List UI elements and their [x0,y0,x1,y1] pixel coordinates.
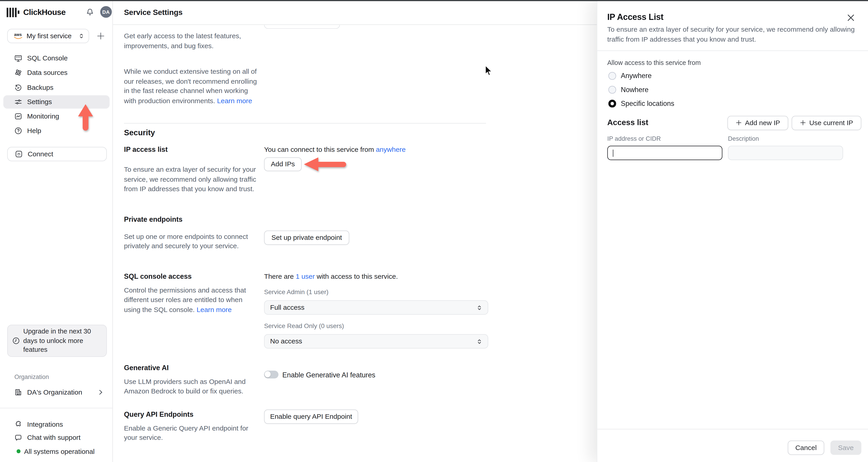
enable-query-api-button[interactable]: Enable query API Endpoint [264,409,358,424]
anywhere-link[interactable]: anywhere [376,145,406,153]
query-api-description: Enable a Generic Query API endpoint for … [124,424,264,443]
status-green-dot-icon [17,450,20,453]
sidebar-item-integrations[interactable]: Integrations [3,418,110,431]
query-api-endpoints-label: Query API Endpoints [124,411,193,418]
radio-anywhere[interactable]: Anywhere [608,71,651,81]
avatar[interactable]: DA [100,6,112,18]
red-arrow-left-annotation [304,157,347,172]
private-endpoints-label: Private endpoints [124,215,183,223]
chat-bubble-icon [14,434,22,442]
text-cursor [613,149,613,157]
plus-icon [736,120,742,126]
radio-selected-icon [608,100,616,107]
help-icon [14,127,22,135]
ip-cidr-input[interactable] [608,145,722,160]
monitoring-icon [14,113,22,120]
close-icon[interactable] [845,12,857,23]
sql-learn-more-link[interactable]: Learn more [197,306,232,313]
sql-access-description: Control the permissions and access that … [124,286,260,315]
description-field-label: Description [728,135,759,141]
plus-icon [800,120,806,126]
connect-icon [15,150,23,158]
backups-icon [14,84,22,91]
connect-button[interactable]: Connect [7,147,107,161]
organization-row[interactable]: DA's Organization [3,385,110,399]
service-name: My first service [27,32,79,40]
window-top-edge [0,0,868,1]
chevron-right-icon [98,389,103,395]
security-heading: Security [124,128,155,137]
sidebar-item-settings[interactable]: Settings [3,95,110,109]
panel-divider [597,51,868,51]
brand-name: ClickHouse [23,8,66,17]
toggle-knob [265,371,271,377]
service-readonly-label: Service Read Only (0 users) [264,322,344,329]
service-selector[interactable]: aws My first service [7,29,89,43]
radio-circle-icon [608,86,616,93]
generative-ai-toggle-label: Enable Generative AI features [282,371,375,379]
release-channel-paragraph-1: Get early access to the latest features,… [124,32,258,51]
clock-icon [12,337,20,345]
organization-building-icon [14,388,22,396]
sidebar-item-monitoring[interactable]: Monitoring [3,110,110,123]
radio-circle-icon [608,72,616,80]
section-divider [124,123,486,123]
one-user-link[interactable]: 1 user [296,272,315,280]
release-learn-more-link[interactable]: Learn more [217,97,252,105]
ip-access-description: To ensure an extra layer of security for… [124,165,257,194]
chevron-up-down-icon [477,304,482,311]
sidebar-item-sql-console[interactable]: SQL Console [3,52,110,65]
sidebar-item-help[interactable]: Help [3,124,110,138]
plus-icon [97,32,105,40]
page-header: Service Settings [113,0,597,25]
page-title: Service Settings [124,8,183,17]
sidebar-item-chat-support[interactable]: Chat with support [3,431,110,444]
main-content: Service Settings Get early access to the… [113,0,597,462]
ip-connect-text: You can connect to this service from any… [264,145,486,154]
sql-console-access-label: SQL console access [124,272,192,280]
sidebar-item-backups[interactable]: Backups [3,81,110,94]
use-current-ip-button[interactable]: Use current IP [792,116,862,130]
add-new-ip-button[interactable]: Add new IP [727,116,788,130]
sql-users-text: There are 1 user with access to this ser… [264,272,486,282]
radio-specific-locations[interactable]: Specific locations [608,99,674,108]
access-list-title: Access list [608,118,649,127]
cancel-button[interactable]: Cancel [788,440,825,455]
sql-console-icon [14,54,22,62]
private-endpoints-description: Set up one or more endpoints to connect … [124,232,262,251]
clickhouse-console: ClickHouse DA aws My first service [0,0,868,462]
service-selector-row: aws My first service [7,29,107,43]
save-button[interactable]: Save [830,440,861,455]
red-arrow-up-annotation [78,104,93,131]
settings-scroll-area: Get early access to the latest features,… [113,25,597,462]
radio-nowhere[interactable]: Nowhere [608,85,649,94]
service-admin-label: Service Admin (1 user) [264,289,329,295]
chevron-up-down-icon [477,338,482,345]
clickhouse-logo-icon [6,6,19,18]
description-input[interactable] [728,145,843,160]
panel-description: To ensure an extra layer of security for… [608,25,858,44]
organization-name: DA's Organization [27,388,94,396]
sidebar-header: ClickHouse DA [6,6,107,18]
panel-title: IP Access List [608,12,663,22]
sidebar: ClickHouse DA aws My first service [0,0,113,462]
aws-provider-icon: aws [13,33,23,39]
sidebar-item-system-status[interactable]: All systems operational [3,444,110,458]
notifications-bell-icon[interactable] [85,7,95,17]
service-admin-select[interactable]: Full access [264,300,488,315]
generative-ai-description: Use LLM providers such as OpenAI and Ama… [124,377,258,397]
sidebar-divider [0,408,113,408]
release-channel-select-cutoff[interactable] [264,25,340,29]
add-ips-button[interactable]: Add IPs [264,157,302,171]
release-channel-paragraph-2: While we conduct extensive testing on al… [124,67,259,106]
generative-ai-toggle[interactable] [264,371,278,378]
sidebar-item-data-sources[interactable]: Data sources [3,66,110,79]
upgrade-text: Upgrade in the next 30 days to unlock mo… [23,327,102,355]
service-readonly-select[interactable]: No access [264,334,488,349]
upgrade-banner[interactable]: Upgrade in the next 30 days to unlock mo… [7,325,107,357]
setup-private-endpoint-button[interactable]: Set up private endpoint [264,231,349,245]
add-service-button[interactable] [96,32,105,40]
panel-footer-divider [597,429,868,429]
generative-ai-label: Generative AI [124,364,169,372]
allow-access-label: Allow access to this service from [608,59,701,66]
